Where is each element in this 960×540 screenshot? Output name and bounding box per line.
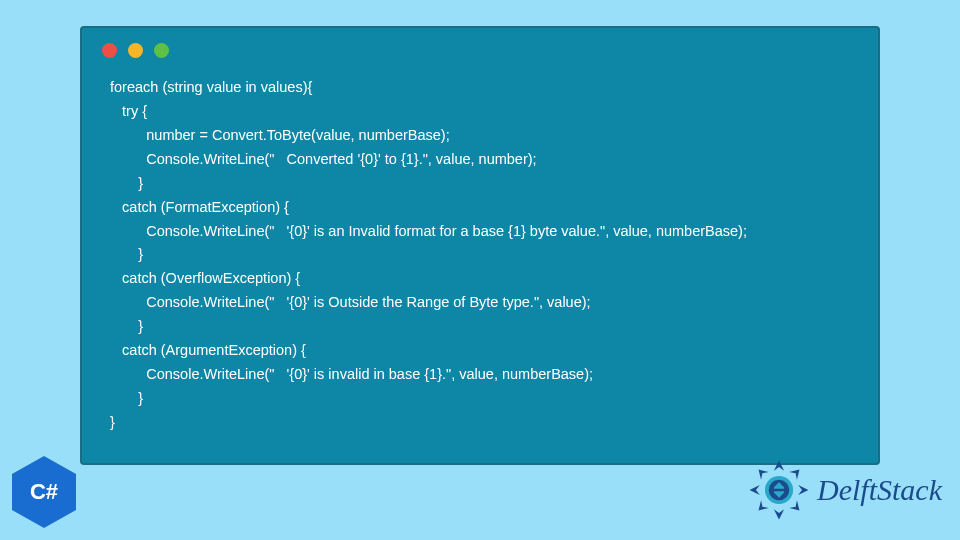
svg-marker-1: [798, 485, 808, 495]
svg-marker-4: [789, 470, 799, 480]
window-controls: [82, 28, 878, 66]
svg-marker-0: [774, 461, 784, 471]
window-dot-minimize: [128, 43, 143, 58]
csharp-badge: C#: [12, 456, 76, 528]
brand-logo: DelftStack: [747, 458, 942, 522]
svg-rect-11: [773, 489, 786, 492]
svg-marker-5: [789, 500, 799, 510]
code-body: foreach (string value in values){ try { …: [82, 66, 878, 445]
csharp-label: C#: [30, 479, 58, 505]
svg-marker-3: [750, 485, 760, 495]
csharp-hex-icon: C#: [12, 456, 76, 528]
svg-marker-2: [774, 509, 784, 519]
code-window: foreach (string value in values){ try { …: [80, 26, 880, 465]
brand-name: DelftStack: [817, 473, 942, 507]
brand-mark-icon: [747, 458, 811, 522]
svg-marker-6: [759, 500, 769, 510]
svg-marker-7: [759, 470, 769, 480]
window-dot-close: [102, 43, 117, 58]
window-dot-maximize: [154, 43, 169, 58]
